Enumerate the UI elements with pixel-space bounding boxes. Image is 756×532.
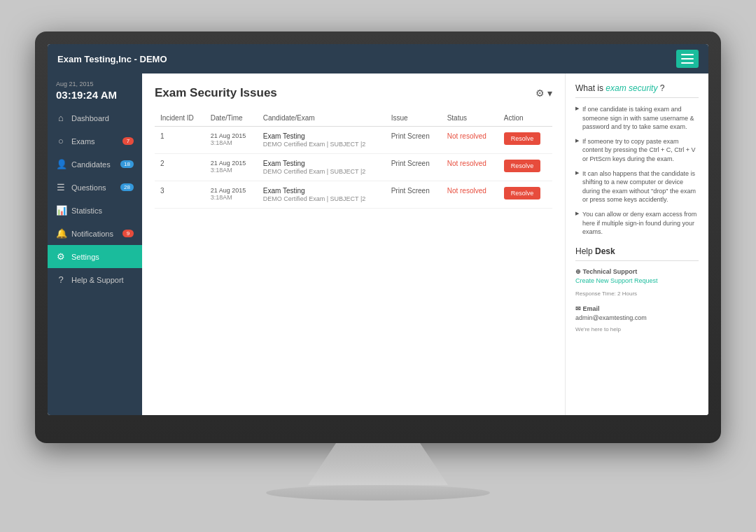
sidebar-item-statistics[interactable]: 📊Statistics (48, 199, 142, 222)
hamburger-button[interactable] (676, 50, 699, 68)
table-row: 321 Aug 20153:18AMExam TestingDEMO Certi… (155, 181, 552, 209)
sidebar-item-label-questions: Questions (71, 183, 106, 192)
sidebar-item-label-settings: Settings (71, 253, 99, 261)
tech-support-item: ⊕ Technical Support Create New Support R… (575, 268, 699, 298)
action-cell: Resolve (498, 154, 552, 181)
hamburger-line (681, 58, 694, 59)
sidebar-item-notifications[interactable]: 🔔Notifications9 (48, 222, 142, 245)
status-cell: Not resolved (442, 154, 498, 181)
sidebar-item-questions[interactable]: ☰Questions28 (48, 176, 142, 199)
table-header-action: Action (498, 110, 552, 127)
badge-candidates: 18 (120, 160, 134, 168)
list-item: If someone try to copy paste exam conten… (575, 137, 699, 164)
chevron-down-icon[interactable]: ▾ (547, 88, 552, 99)
candidate-cell: Exam TestingDEMO Certified Exam | SUBJEC… (258, 127, 386, 154)
help-icon: ? (56, 274, 66, 285)
resolve-button[interactable]: Resolve (504, 187, 541, 200)
sidebar-item-dashboard[interactable]: ⌂Dashboard (48, 106, 142, 130)
statistics-icon: 📊 (56, 205, 66, 216)
table-header-incident-id: Incident ID (155, 110, 205, 127)
content-area: Exam Security Issues ⚙ ▾ (142, 74, 708, 415)
notifications-icon: 🔔 (56, 228, 66, 239)
sidebar-item-help[interactable]: ?Help & Support (48, 268, 142, 291)
table-row: 121 Aug 20153:18AMExam TestingDEMO Certi… (155, 127, 552, 154)
info-list: If one candidate is taking exam and some… (575, 105, 699, 237)
main-panel: Exam Security Issues ⚙ ▾ (142, 74, 565, 415)
sidebar: Aug 21, 2015 03:19:24 AM ⌂Dashboard○Exam… (48, 74, 142, 415)
table-header-status: Status (442, 110, 498, 127)
badge-notifications: 9 (122, 230, 134, 237)
email-address: admin@examtesting.com (575, 314, 699, 321)
issue-cell: Print Screen (386, 127, 442, 154)
table-header-row: Incident IDDate/TimeCandidate/ExamIssueS… (155, 110, 552, 127)
sidebar-item-label-candidates: Candidates (71, 160, 111, 169)
datetime-cell: 21 Aug 20153:18AM (205, 127, 258, 154)
email-subtext: We're here to help (575, 326, 621, 332)
datetime-cell: 21 Aug 20153:18AM (205, 181, 258, 209)
resolve-button[interactable]: Resolve (504, 132, 541, 145)
list-item: If one candidate is taking exam and some… (575, 105, 699, 132)
help-desk-title: Help Desk (575, 246, 699, 261)
right-panel: What is exam security ? If one candidate… (565, 74, 708, 415)
resolve-button[interactable]: Resolve (504, 160, 541, 172)
badge-questions: 28 (120, 183, 134, 191)
main-panel-header: Exam Security Issues ⚙ ▾ (155, 86, 552, 100)
sidebar-item-label-statistics: Statistics (71, 206, 102, 215)
gear-area: ⚙ ▾ (536, 88, 552, 99)
table-header-candidate-exam: Candidate/Exam (258, 110, 386, 127)
incident-id-cell: 1 (155, 127, 205, 154)
table-header-date-time: Date/Time (205, 110, 258, 127)
email-item: ✉ Email admin@examtesting.com We're here… (575, 305, 699, 334)
questions-icon: ☰ (56, 182, 66, 192)
badge-exams: 7 (122, 137, 134, 145)
exams-icon: ○ (56, 136, 66, 146)
list-item: You can allow or deny exam access from h… (575, 210, 699, 237)
list-item: It can also happens that the candidate i… (575, 169, 699, 204)
sidebar-item-label-exams: Exams (71, 137, 95, 146)
action-cell: Resolve (498, 181, 552, 209)
incident-id-cell: 2 (155, 154, 205, 181)
hamburger-line (681, 54, 694, 55)
page-title: Exam Security Issues (155, 86, 277, 100)
status-cell: Not resolved (442, 181, 498, 209)
sidebar-item-settings[interactable]: ⚙Settings (48, 245, 142, 268)
datetime-cell: 21 Aug 20153:18AM (205, 154, 258, 181)
sidebar-item-exams[interactable]: ○Exams7 (48, 130, 142, 153)
response-time: Response Time: 2 Hours (575, 290, 637, 297)
status-cell: Not resolved (442, 127, 498, 154)
incidents-table: Incident IDDate/TimeCandidate/ExamIssueS… (155, 110, 552, 209)
tech-support-header: ⊕ Technical Support (575, 268, 699, 275)
sidebar-item-label-dashboard: Dashboard (71, 114, 109, 122)
gear-icon[interactable]: ⚙ (536, 88, 545, 99)
candidates-icon: 👤 (56, 159, 66, 169)
email-header: ✉ Email (575, 305, 699, 312)
incident-id-cell: 3 (155, 181, 205, 209)
issue-cell: Print Screen (386, 181, 442, 209)
candidate-cell: Exam TestingDEMO Certified Exam | SUBJEC… (258, 181, 386, 209)
sidebar-nav: ⌂Dashboard○Exams7👤Candidates18☰Questions… (48, 106, 142, 415)
create-support-request-link[interactable]: Create New Support Request (575, 277, 699, 284)
sidebar-item-candidates[interactable]: 👤Candidates18 (48, 153, 142, 176)
action-cell: Resolve (498, 127, 552, 154)
hamburger-line (681, 62, 694, 64)
top-bar: Exam Testing,Inc - DEMO (48, 44, 708, 74)
what-is-title: What is exam security ? (575, 83, 699, 98)
candidate-cell: Exam TestingDEMO Certified Exam | SUBJEC… (258, 154, 386, 181)
issue-cell: Print Screen (386, 154, 442, 181)
dashboard-icon: ⌂ (56, 113, 66, 123)
sidebar-item-label-notifications: Notifications (71, 230, 113, 238)
sidebar-date: Aug 21, 2015 (56, 80, 134, 88)
table-row: 221 Aug 20153:18AMExam TestingDEMO Certi… (155, 154, 552, 181)
table-header-issue: Issue (386, 110, 442, 127)
sidebar-time: 03:19:24 AM (56, 89, 134, 101)
app-title: Exam Testing,Inc - DEMO (57, 54, 167, 64)
settings-icon: ⚙ (56, 251, 66, 262)
sidebar-item-label-help: Help & Support (71, 276, 124, 284)
sidebar-datetime: Aug 21, 2015 03:19:24 AM (48, 74, 142, 106)
